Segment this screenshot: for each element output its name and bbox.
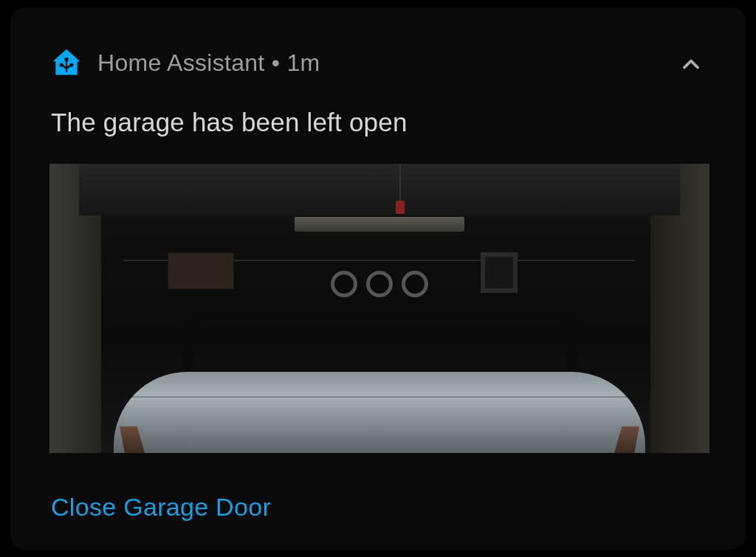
notification-header: Home Assistant • 1m [10, 7, 746, 80]
chevron-up-icon[interactable] [678, 51, 704, 80]
header-separator: • [265, 49, 287, 76]
home-assistant-icon [50, 46, 83, 79]
garage-scene-illustration [49, 164, 709, 453]
notification-image [49, 164, 709, 453]
notification-actions: Close Garage Door [10, 453, 746, 522]
close-garage-door-button[interactable]: Close Garage Door [51, 493, 271, 521]
notification-card: Home Assistant • 1m The garage has been … [10, 7, 746, 550]
timestamp: 1m [286, 49, 320, 76]
notification-header-text: Home Assistant • 1m [97, 49, 678, 77]
app-name: Home Assistant [97, 49, 265, 76]
notification-title: The garage has been left open [10, 80, 746, 137]
